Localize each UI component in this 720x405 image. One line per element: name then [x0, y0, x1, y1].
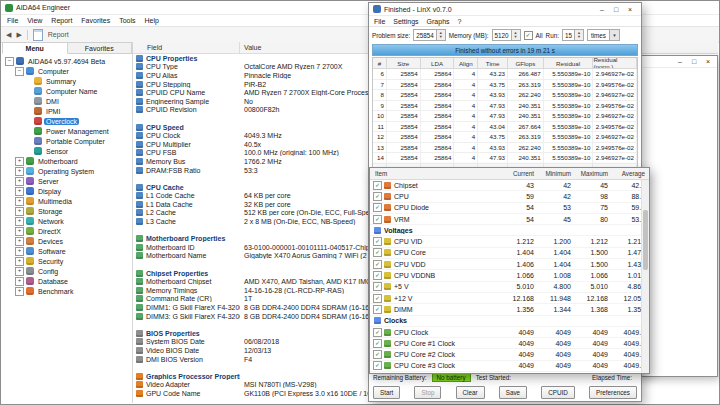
checked-checkbox[interactable]: ✓ — [373, 328, 382, 337]
tree-expander-icon[interactable]: + — [15, 177, 24, 186]
tree-expander-icon[interactable]: + — [15, 157, 24, 166]
back-icon[interactable]: ◀ — [6, 31, 11, 39]
tree-item-ipmi[interactable]: IPMI — [2, 106, 132, 116]
checked-checkbox[interactable]: ✓ — [373, 192, 382, 201]
stats-group-voltages[interactable]: Voltages — [370, 225, 649, 236]
scrollbar[interactable] — [641, 180, 649, 373]
checked-checkbox[interactable]: ✓ — [373, 248, 382, 257]
checked-checkbox[interactable]: ✓ — [373, 305, 382, 314]
checked-checkbox[interactable]: ✓ — [373, 260, 382, 269]
results-row[interactable]: 122585425864443.75263.3195.550389e-102.9… — [373, 132, 637, 143]
tree-expander-icon[interactable]: + — [15, 207, 24, 216]
tree-expander-icon[interactable]: + — [15, 167, 24, 176]
results-row[interactable]: 132585425864443.93262.2405.550389e-102.9… — [373, 143, 637, 154]
tree-item-portable-computer[interactable]: Portable Computer — [2, 136, 132, 146]
report-button[interactable]: Report — [48, 31, 69, 38]
stats-row-cpu-clock[interactable]: ✓CPU Clock4049404940494049.0 — [370, 327, 649, 338]
aida-menu-favorites[interactable]: Favorites — [81, 17, 110, 24]
maximize-button[interactable]: □ — [609, 4, 623, 15]
run-count-stepper[interactable]: 15 ▲▼ — [562, 29, 584, 41]
stats-row-cpu-core-1-clock[interactable]: ✓CPU Core #1 Clock4049404940494049.0 — [370, 338, 649, 349]
tree-item-computer-name[interactable]: Computer Name — [2, 86, 132, 96]
tree-item-database[interactable]: +Database — [2, 276, 132, 286]
results-row[interactable]: 92585425864447.93240.3515.550389e-102.94… — [373, 101, 637, 112]
start-button[interactable]: Start — [373, 386, 400, 399]
stats-row-cpu-core-4-clock[interactable]: ✓CPU Core #4 Clock4049404940494049.0 — [370, 372, 649, 373]
tree-item-multimedia[interactable]: +Multimedia — [2, 196, 132, 206]
stats-row-cpu-vddnb[interactable]: ✓CPU VDDNB1.0661.0081.0661.016 — [370, 270, 649, 281]
stats-row-dimm[interactable]: ✓DIMM1.3561.3441.3681.356 — [370, 304, 649, 315]
tree-item-display[interactable]: +Display — [2, 186, 132, 196]
tree-expander-icon[interactable]: + — [15, 267, 24, 276]
tree-item-devices[interactable]: +Devices — [2, 236, 132, 246]
tree-item-sensor[interactable]: Sensor — [2, 146, 132, 156]
column-header-field[interactable]: Field — [133, 42, 240, 53]
tree-expander-icon[interactable]: + — [15, 277, 24, 286]
stats-column-minimum[interactable]: Minimum — [538, 168, 575, 179]
forward-icon[interactable]: ▶ — [16, 31, 21, 39]
sidebar-tab-menu[interactable]: Menu — [2, 42, 68, 54]
tree-item-power-management[interactable]: Power Management — [2, 126, 132, 136]
stats-column-current[interactable]: Current — [501, 168, 538, 179]
results-table[interactable]: #SizeLDAAlignTimeGFlopsResidualResidual … — [372, 57, 638, 175]
aida-menu-file[interactable]: File — [7, 17, 18, 24]
tree-expander-icon[interactable]: − — [5, 57, 14, 66]
tree-expander-icon[interactable]: + — [15, 257, 24, 266]
run-mode-dropdown[interactable]: times ▼ — [587, 29, 620, 41]
stats-row-cpu-diode[interactable]: ✓CPU Diode54537559.4 — [370, 203, 649, 214]
tree-item-motherboard[interactable]: +Motherboard — [2, 156, 132, 166]
background-window[interactable]: – □ × — [640, 55, 718, 377]
background-window-titlebar[interactable]: – □ × — [641, 56, 717, 68]
linx-menu-settings[interactable]: Settings — [393, 18, 418, 25]
linx-menu-file[interactable]: File — [374, 18, 385, 25]
tree-expander-icon[interactable]: + — [15, 197, 24, 206]
tree-expander-icon[interactable]: + — [15, 187, 24, 196]
tree-item-network[interactable]: +Network — [2, 216, 132, 226]
cpuid-button[interactable]: CPUID — [541, 386, 575, 399]
scrollbar-thumb[interactable] — [643, 210, 648, 270]
checked-checkbox[interactable]: ✓ — [373, 294, 382, 303]
results-row[interactable]: 82585425864443.93262.2405.550389e-102.94… — [373, 90, 637, 101]
aida-menu-tools[interactable]: Tools — [119, 17, 135, 24]
results-column-align[interactable]: Align — [454, 58, 478, 68]
checked-checkbox[interactable]: ✓ — [373, 203, 382, 212]
checked-checkbox[interactable]: ✓ — [373, 237, 382, 246]
tree-item-summary[interactable]: Summary — [2, 76, 132, 86]
stats-row-5-v[interactable]: ✓+5 V5.0104.8005.0104.863 — [370, 282, 649, 293]
preferences-button[interactable]: Preferences — [589, 386, 637, 399]
tree-expander-icon[interactable]: − — [15, 67, 24, 76]
results-column-size[interactable]: Size — [387, 58, 421, 68]
aida-menu-help[interactable]: Help — [144, 17, 158, 24]
sidebar-tab-favorites[interactable]: Favorites — [68, 42, 133, 54]
all-memory-checkbox[interactable]: ✓ — [524, 31, 533, 40]
stats-column-average[interactable]: Average — [612, 168, 649, 179]
save-button[interactable]: Save — [499, 386, 527, 399]
results-column-residual-norm[interactable]: Residual (norm.) — [593, 58, 637, 68]
tree-item-config[interactable]: +Config — [2, 266, 132, 276]
results-row[interactable]: 102585425864447.93240.3515.550389e-102.9… — [373, 111, 637, 122]
close-button[interactable]: × — [623, 4, 637, 15]
results-column-item[interactable]: # — [373, 58, 387, 68]
results-row[interactable]: 62585425864443.23266.4875.550389e-102.94… — [373, 69, 637, 80]
stepper-arrows-icon[interactable]: ▲▼ — [511, 30, 520, 40]
stats-column-item[interactable]: Item — [370, 168, 501, 179]
results-row[interactable]: 72585425864443.75263.3195.550389e-102.94… — [373, 80, 637, 91]
tree-item-aida64-v5-97-4694-beta[interactable]: −AIDA64 v5.97.4694 Beta — [2, 56, 132, 66]
aida-menu-view[interactable]: View — [27, 17, 42, 24]
tree-item-security[interactable]: +Security — [2, 256, 132, 266]
results-column-lda[interactable]: LDA — [421, 58, 455, 68]
stats-row-vrm[interactable]: ✓VRM54458053.8 — [370, 214, 649, 225]
minimize-button[interactable]: – — [673, 56, 687, 67]
checked-checkbox[interactable]: ✓ — [373, 181, 382, 190]
checked-checkbox[interactable]: ✓ — [373, 350, 382, 359]
tree-item-dmi[interactable]: DMI — [2, 96, 132, 106]
maximize-button[interactable]: □ — [687, 56, 701, 67]
tree-item-operating-system[interactable]: +Operating System — [2, 166, 132, 176]
checked-checkbox[interactable]: ✓ — [373, 271, 382, 280]
tree-item-benchmark[interactable]: +Benchmark — [2, 286, 132, 296]
linx-menu-item[interactable]: ? — [458, 18, 462, 25]
stats-row-chipset[interactable]: ✓Chipset43424542.1 — [370, 180, 649, 191]
results-column-residual[interactable]: Residual — [544, 58, 594, 68]
problem-size-stepper[interactable]: 25854 ▲▼ — [413, 29, 446, 41]
stats-row-cpu-vid[interactable]: ✓CPU VID1.2121.2001.2121.212 — [370, 236, 649, 247]
